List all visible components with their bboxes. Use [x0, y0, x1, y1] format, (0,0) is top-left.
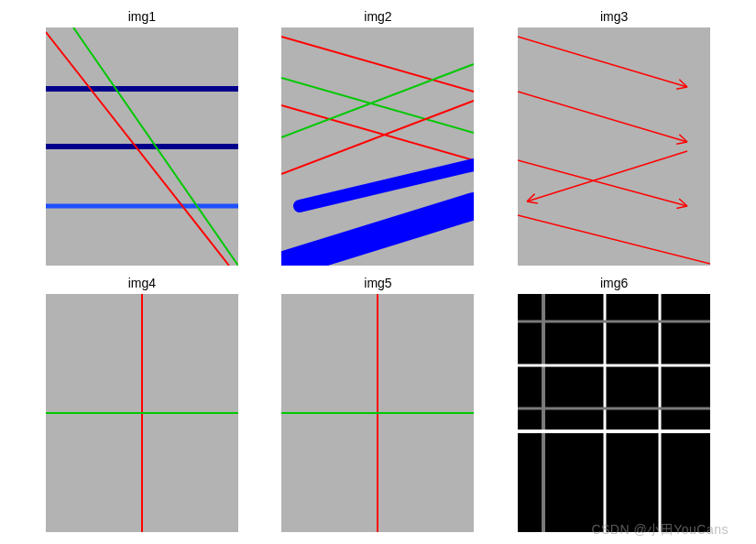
cell-img3: img3 [499, 9, 729, 268]
title-img5: img5 [364, 276, 391, 290]
title-img2: img2 [364, 9, 391, 24]
title-img6: img6 [600, 276, 628, 290]
panel-img6 [518, 294, 710, 532]
svg-rect-14 [518, 27, 710, 266]
panel-img2 [281, 27, 474, 266]
title-img1: img1 [128, 9, 156, 24]
panel-img5 [281, 294, 474, 532]
title-img4: img4 [128, 276, 156, 290]
title-img3: img3 [600, 9, 628, 24]
chart-grid: img1 img2 img3 img4 img5 img6 [0, 0, 756, 544]
panel-img3 [518, 27, 710, 266]
svg-rect-34 [518, 294, 710, 532]
cell-img2: img2 [264, 9, 493, 268]
panel-img4 [46, 294, 238, 532]
cell-img4: img4 [27, 276, 257, 535]
cell-img1: img1 [27, 9, 257, 268]
panel-img1 [46, 27, 238, 266]
cell-img5: img5 [264, 276, 493, 535]
cell-img6: img6 [499, 276, 729, 535]
